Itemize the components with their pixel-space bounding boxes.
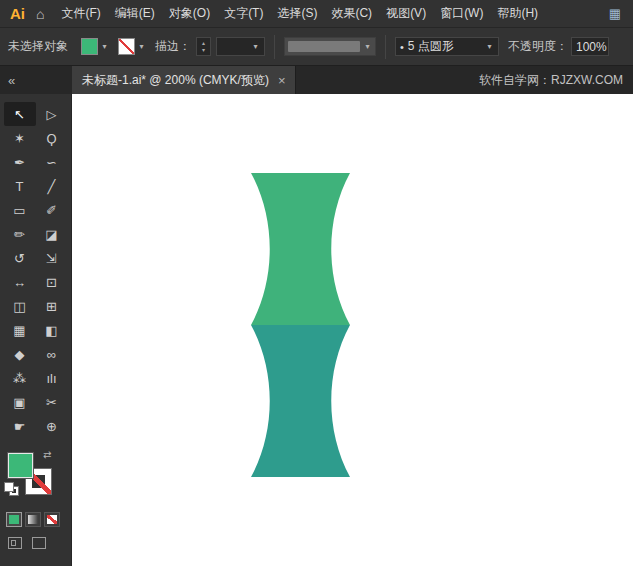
chevron-down-icon[interactable]: ▾: [251, 42, 260, 51]
scale-tool[interactable]: ⇲: [36, 246, 68, 270]
type-tool-icon: T: [16, 179, 24, 194]
chevron-down-icon[interactable]: ▾: [363, 42, 372, 51]
width-profile-preview: [288, 41, 360, 52]
upper-concave-shape[interactable]: [251, 173, 350, 325]
column-graph-tool[interactable]: ılı: [36, 366, 68, 390]
fill-color-control[interactable]: ▾: [81, 38, 109, 55]
drawing-mode-icon[interactable]: [8, 537, 22, 549]
pen-tool[interactable]: ✒: [4, 150, 36, 174]
perspective-grid-tool[interactable]: ⊞: [36, 294, 68, 318]
paint-style-buttons: [6, 512, 60, 527]
rotate-tool[interactable]: ↺: [4, 246, 36, 270]
zoom-tool[interactable]: ⊕: [36, 414, 68, 438]
gradient-tool[interactable]: ◧: [36, 318, 68, 342]
curvature-tool[interactable]: ∽: [36, 150, 68, 174]
gradient-tool-icon: ◧: [45, 323, 57, 338]
hand-tool-icon: ☛: [14, 419, 26, 434]
menu-item-window[interactable]: 窗口(W): [433, 5, 490, 22]
paintbrush-tool[interactable]: ✐: [36, 198, 68, 222]
opacity-value: 100%: [576, 40, 604, 54]
lower-concave-shape[interactable]: [251, 325, 350, 477]
free-transform-tool-icon: ⊡: [46, 275, 57, 290]
slice-tool[interactable]: ✂: [36, 390, 68, 414]
menu-item-file[interactable]: 文件(F): [54, 5, 107, 22]
menu-item-help[interactable]: 帮助(H): [490, 5, 545, 22]
artboard-tool-icon: ▣: [13, 395, 25, 410]
gradient-button[interactable]: [25, 512, 41, 527]
lasso-tool[interactable]: Ϙ: [36, 126, 68, 150]
illustrator-window: Ai ⌂ 文件(F)编辑(E)对象(O)文字(T)选择(S)效果(C)视图(V)…: [0, 0, 633, 566]
artboard-tool[interactable]: ▣: [4, 390, 36, 414]
menu-item-effect[interactable]: 效果(C): [324, 5, 379, 22]
mesh-tool[interactable]: ▦: [4, 318, 36, 342]
home-icon[interactable]: ⌂: [34, 6, 54, 22]
magic-wand-tool[interactable]: ✶: [4, 126, 36, 150]
shape-builder-tool-icon: ◫: [13, 299, 25, 314]
workspace-switcher-icon[interactable]: ▦: [609, 6, 621, 21]
tab-close-icon[interactable]: ×: [278, 73, 286, 88]
brush-definition-dropdown[interactable]: • 5 点圆形 ▾: [395, 37, 499, 56]
none-button[interactable]: [44, 512, 60, 527]
pencil-tool-icon: ✏: [14, 227, 25, 242]
fill-swatch[interactable]: [81, 38, 98, 55]
symbol-sprayer-tool-icon: ⁂: [13, 371, 26, 386]
mesh-tool-icon: ▦: [13, 323, 25, 338]
selection-status: 未选择对象: [8, 38, 68, 55]
chevron-down-icon[interactable]: ▾: [485, 42, 494, 51]
type-tool[interactable]: T: [4, 174, 36, 198]
fill-swatch-indicator[interactable]: [8, 453, 33, 478]
line-segment-tool[interactable]: ╱: [36, 174, 68, 198]
stroke-none-swatch[interactable]: [118, 38, 135, 55]
default-fill-stroke-icon[interactable]: [5, 483, 20, 496]
symbol-sprayer-tool[interactable]: ⁂: [4, 366, 36, 390]
artboard-canvas[interactable]: [72, 94, 633, 566]
menu-bar: Ai ⌂ 文件(F)编辑(E)对象(O)文字(T)选择(S)效果(C)视图(V)…: [0, 0, 633, 28]
chevron-down-icon[interactable]: ▾: [137, 42, 146, 51]
line-segment-tool-icon: ╱: [48, 179, 56, 194]
stroke-weight-stepper[interactable]: ▴ ▾: [196, 37, 211, 56]
menu-item-type[interactable]: 文字(T): [217, 5, 270, 22]
stroke-weight-dropdown[interactable]: ▾: [216, 37, 265, 56]
watermark-text: 软件自学网：RJZXW.COM: [479, 72, 633, 89]
free-transform-tool[interactable]: ⊡: [36, 270, 68, 294]
spinner-down-icon[interactable]: ▾: [202, 47, 205, 54]
document-tab[interactable]: 未标题-1.ai* @ 200% (CMYK/预览) ×: [72, 66, 296, 94]
main-area: ↖▷✶Ϙ✒∽T╱▭✐✏◪↺⇲↔⊡◫⊞▦◧◆∞⁂ılı▣✂☛⊕ ⇄: [0, 94, 633, 566]
menu-item-select[interactable]: 选择(S): [270, 5, 324, 22]
selection-tool[interactable]: ↖: [4, 102, 36, 126]
rectangle-tool-icon: ▭: [13, 203, 25, 218]
eraser-tool[interactable]: ◪: [36, 222, 68, 246]
eyedropper-tool-icon: ◆: [15, 347, 25, 362]
document-tab-title: 未标题-1.ai* @ 200% (CMYK/预览): [82, 72, 269, 89]
selection-tool-icon: ↖: [14, 107, 25, 122]
opacity-dropdown[interactable]: 100%: [571, 37, 609, 56]
swap-fill-stroke-icon[interactable]: ⇄: [43, 449, 51, 460]
color-button[interactable]: [6, 512, 22, 527]
hand-tool[interactable]: ☛: [4, 414, 36, 438]
width-tool[interactable]: ↔: [4, 270, 36, 294]
spinner-up-icon[interactable]: ▴: [202, 40, 205, 47]
document-tab-bar: « 未标题-1.ai* @ 200% (CMYK/预览) × 软件自学网：RJZ…: [0, 66, 633, 94]
rectangle-tool[interactable]: ▭: [4, 198, 36, 222]
toolbar-collapse-button[interactable]: «: [0, 66, 72, 94]
app-logo: Ai: [0, 5, 34, 22]
separator: [274, 35, 275, 59]
tools-panel: ↖▷✶Ϙ✒∽T╱▭✐✏◪↺⇲↔⊡◫⊞▦◧◆∞⁂ılı▣✂☛⊕ ⇄: [0, 94, 72, 566]
menu-item-object[interactable]: 对象(O): [162, 5, 217, 22]
control-bar: 未选择对象 ▾ ▾ 描边： ▴ ▾ ▾ ▾ • 5 点圆形 ▾: [0, 28, 633, 66]
menu-item-edit[interactable]: 编辑(E): [108, 5, 162, 22]
shape-builder-tool[interactable]: ◫: [4, 294, 36, 318]
direct-selection-tool[interactable]: ▷: [36, 102, 68, 126]
width-profile-dropdown[interactable]: ▾: [284, 37, 376, 56]
stroke-color-control[interactable]: ▾: [118, 38, 146, 55]
pencil-tool[interactable]: ✏: [4, 222, 36, 246]
screen-mode-icon[interactable]: [32, 537, 46, 549]
separator: [385, 35, 386, 59]
lasso-tool-icon: Ϙ: [46, 131, 56, 146]
menu-item-view[interactable]: 视图(V): [379, 5, 433, 22]
eyedropper-tool[interactable]: ◆: [4, 342, 36, 366]
blend-tool[interactable]: ∞: [36, 342, 68, 366]
stroke-weight-label: 描边：: [155, 38, 191, 55]
chevron-down-icon[interactable]: ▾: [100, 42, 109, 51]
brush-dot-icon: •: [400, 41, 404, 53]
